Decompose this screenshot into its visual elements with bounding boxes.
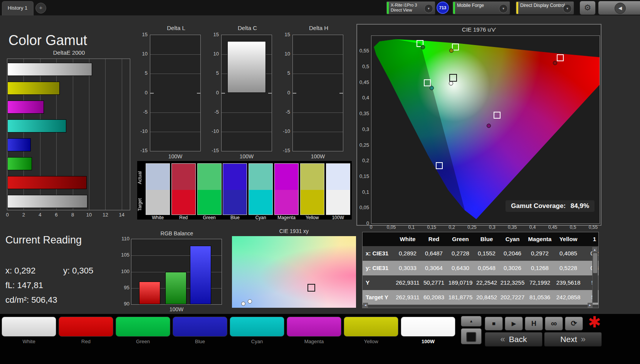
next-button[interactable]: Next » (544, 332, 602, 347)
cie-1976-plot (371, 35, 600, 224)
swatch-actual-color (326, 164, 350, 190)
cyan-target-marker (424, 79, 431, 86)
y-tick-label: -15 (208, 148, 219, 153)
cell-value: 6,3594 (554, 305, 583, 308)
y-tick-label: 0,45 (357, 79, 369, 85)
stop-button[interactable]: ■ (485, 317, 503, 330)
gridline (222, 132, 272, 132)
plot-area (221, 35, 272, 151)
y-tick-label: 0 (137, 90, 148, 96)
table-row: ΔE 20000,35309,73822,97492,90157,19794,4… (363, 305, 599, 308)
patch-button-blue[interactable] (173, 317, 227, 337)
meter-status-stripe (387, 2, 389, 14)
scrollbar-thumb[interactable] (593, 253, 597, 273)
white-target-marker (449, 74, 457, 82)
chevron-down-icon[interactable]: ▼ (424, 4, 433, 13)
next-chevron: » (581, 334, 585, 344)
column-header (363, 232, 394, 246)
continuous-measure-button[interactable]: ∞ (545, 317, 563, 330)
cell-value: 0,2728 (447, 246, 474, 261)
chevron-down-icon[interactable]: ▼ (499, 4, 508, 13)
swatch-yellow[interactable] (300, 163, 324, 215)
swatch-cyan[interactable] (249, 163, 273, 215)
zero-tick (150, 93, 154, 94)
repeat-button[interactable]: ⟳ (565, 317, 583, 330)
swatch-label: Green (197, 215, 222, 220)
patch-button-cyan[interactable] (230, 317, 284, 337)
cell-value: 2,9749 (447, 305, 474, 308)
y-tick-label: 15 (279, 32, 290, 37)
cell-value: 9,7382 (421, 305, 447, 308)
chevron-down-icon[interactable]: ▼ (563, 4, 572, 13)
current-reading-panel: Current Reading x: 0,292 y: 0,305 fL: 14… (5, 234, 82, 246)
gridline (150, 74, 200, 74)
delta-c-chart: Delta C151050-5-10-15100W (208, 25, 274, 160)
swatch-green[interactable] (197, 163, 222, 215)
delta-e-bar-yellow (7, 82, 60, 95)
patch-button-red[interactable] (59, 317, 113, 337)
levels-button[interactable]: H (525, 317, 543, 330)
column-header: Blue (474, 232, 499, 246)
x-tick-label: 0,25 (467, 225, 477, 230)
meter-count-badge[interactable]: 713 (437, 2, 449, 14)
display-control-dropdown[interactable]: Direct Display Control ▼ (516, 1, 574, 15)
y-tick-label: 10 (279, 51, 290, 57)
x-tick-label: 0 (4, 212, 11, 218)
play-button[interactable]: ▶ (505, 317, 523, 330)
reading-fl: fL: 147,81 (5, 280, 43, 290)
swatch-actual-color (301, 164, 324, 190)
cell-value: 0,3033 (394, 261, 421, 275)
pattern-window-button[interactable] (461, 328, 482, 344)
table-row: x: CIE310,28920,64870,27280,15520,20460,… (363, 246, 599, 261)
back-button[interactable]: « Back (485, 332, 543, 347)
delta-l-chart: Delta L151050-5-10-15100W (137, 25, 202, 160)
column-header: Cyan (499, 232, 526, 246)
delta-h-chart: Delta H151050-5-10-15100W (279, 25, 345, 160)
patch-button-100w[interactable] (401, 317, 455, 337)
plot-area (150, 35, 201, 151)
history-tab[interactable]: History 1 (2, 1, 34, 15)
source-dropdown[interactable]: Mobile Forge ▼ (452, 1, 510, 15)
swatch-magenta[interactable] (274, 163, 299, 215)
patch-button-green[interactable] (116, 317, 170, 337)
collapse-panel-button[interactable]: ◀ (598, 1, 640, 15)
swatch-white[interactable] (146, 163, 170, 215)
magenta-target-marker (494, 112, 501, 119)
table-row: Target Y262,931160,2083181,877520,845220… (363, 290, 599, 305)
patch-label-green: Green (116, 339, 170, 344)
y-tick-label: 15 (208, 32, 219, 37)
y-tick-label: 0,05 (357, 205, 369, 210)
cell-value: 0,6430 (447, 261, 474, 275)
vertical-scrollbar[interactable]: ▲ (592, 247, 598, 303)
swatch-actual-color (146, 164, 170, 190)
cell-value: 0,2046 (499, 246, 526, 261)
meter-dropdown[interactable]: X-Rite i1Pro 3 Direct View ▼ (386, 1, 435, 15)
patch-button-white[interactable] (2, 317, 56, 337)
settings-button[interactable]: ⚙ (580, 1, 596, 15)
yellow-measured-marker (449, 49, 454, 53)
x-tick-label: 0,5 (568, 225, 578, 230)
expand-panel-button[interactable]: ▲ (461, 316, 482, 327)
reading-x: x: 0,292 (5, 266, 35, 276)
add-tab-button[interactable]: + (35, 3, 46, 13)
x-tick-label: 0 (366, 225, 376, 230)
cie-1931-white-target-marker (307, 284, 315, 292)
patch-button-magenta[interactable] (287, 317, 341, 337)
scroll-right-button[interactable]: ► (588, 303, 593, 308)
table-row: y: CIE310,30330,30640,64300,05480,30260,… (363, 261, 599, 275)
gridline (122, 59, 122, 210)
row-label: Y (363, 275, 394, 290)
cell-value: 0,1268 (526, 261, 554, 275)
rgb-balance-chart: RGB Balance1101051009590100W (120, 230, 223, 314)
x-tick-label: 4 (37, 212, 44, 218)
swatch-100w[interactable] (326, 163, 350, 215)
swatch-blue[interactable] (223, 163, 247, 215)
y-tick-label: 0,1 (357, 189, 369, 195)
swatch-red[interactable] (171, 163, 196, 215)
scroll-left-button[interactable]: ◄ (363, 303, 368, 308)
patch-label-blue: Blue (173, 339, 227, 344)
delta-e-bar-blue (7, 138, 31, 151)
back-chevron: « (501, 334, 505, 344)
scroll-up-button[interactable]: ▲ (592, 247, 597, 252)
patch-button-yellow[interactable] (344, 317, 398, 337)
